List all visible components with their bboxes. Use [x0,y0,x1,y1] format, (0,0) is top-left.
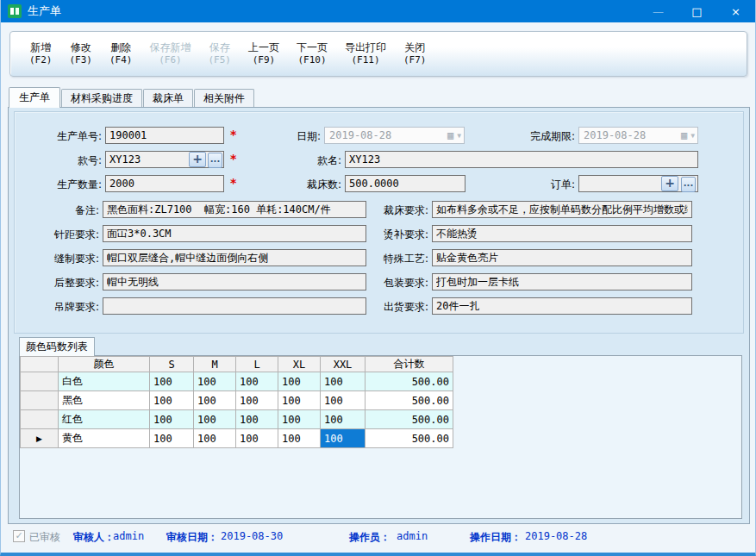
cell-xl[interactable]: 100 [278,410,321,429]
toolbar: 新增 (F2) 修改 (F3) 删除 (F4) 保存新增 (F6) 保存 (F5… [9,31,747,77]
close-form-button[interactable]: 关闭 (F7) [395,37,435,71]
minimize-icon[interactable]: — [639,0,678,22]
grid-header-s[interactable]: S [150,357,194,372]
tab-production-order[interactable]: 生产单 [9,87,60,108]
tab-material-purchase-progress[interactable]: 材料采购进度 [61,89,142,108]
cell-xxl[interactable]: 100 [321,391,366,410]
table-row: 白色 100 100 100 100 100 500.00 [21,372,453,391]
table-row: 红色 100 100 100 100 100 500.00 [21,410,453,429]
current-row-marker-icon[interactable]: ▶ [21,429,59,448]
grid-header-m[interactable]: M [194,357,236,372]
cell-xxl-selected[interactable]: 100 [321,429,366,448]
sales-order-add-button[interactable]: + [661,176,678,191]
deadline-picker[interactable]: 2019-08-28 ▦ ▼ [578,127,698,144]
cell-m[interactable]: 100 [194,429,236,448]
date-value: 2019-08-28 [329,129,391,141]
app-icon [8,4,22,18]
deadline-value: 2019-08-28 [584,129,646,141]
new-button-label: 新增 [30,41,51,53]
operator-value: admin [397,530,428,542]
cell-m[interactable]: 100 [194,372,236,391]
cell-color[interactable]: 白色 [59,372,150,391]
export-print-button[interactable]: 导出打印 (F11) [336,37,395,71]
packing-req-label: 包装要求: [346,276,428,290]
delete-button[interactable]: 删除 (F4) [101,37,141,71]
cutting-qty-input[interactable] [345,175,465,192]
delete-button-key: (F4) [109,54,133,66]
save-button-key: (F5) [209,54,232,66]
prev-page-button[interactable]: 上一页 (F9) [240,37,288,71]
grid-header-l[interactable]: L [236,357,278,372]
cell-l[interactable]: 100 [236,391,278,410]
date-picker[interactable]: 2019-08-28 ▦ ▼ [324,127,465,144]
save-new-button: 保存新增 (F6) [141,37,200,71]
cell-xl[interactable]: 100 [278,391,321,410]
quantity-input[interactable] [105,175,224,192]
grid-header-xxl[interactable]: XXL [321,357,366,372]
row-selector[interactable] [21,391,59,410]
order-no-input[interactable] [105,127,224,144]
color-size-table: 颜色 S M L XL XXL 合计数 白色 100 100 [20,356,453,448]
grid-header-total[interactable]: 合计数 [366,357,453,372]
grid-header-color[interactable]: 颜色 [59,357,150,372]
cell-l[interactable]: 100 [236,429,278,448]
save-button: 保存 (F5) [200,37,241,71]
cell-s[interactable]: 100 [150,410,194,429]
cell-l[interactable]: 100 [236,410,278,429]
ironing-req-input[interactable] [432,225,692,242]
cell-total[interactable]: 500.00 [366,372,453,391]
packing-req-input[interactable] [432,273,692,290]
remark-input[interactable] [103,201,366,218]
sewing-req-input[interactable] [103,249,366,266]
cell-color[interactable]: 黑色 [59,391,150,410]
sales-order-lookup-button[interactable]: ... [681,177,696,192]
finishing-req-input[interactable] [103,273,366,290]
cell-xxl[interactable]: 100 [321,372,366,391]
delete-button-label: 删除 [110,41,131,53]
cell-total[interactable]: 500.00 [366,391,453,410]
style-no-input[interactable] [105,151,224,168]
grid-header-selector[interactable] [21,357,59,372]
operate-date-label: 操作日期： [470,530,522,545]
cell-m[interactable]: 100 [194,391,236,410]
style-no-lookup-button[interactable]: ... [208,153,222,168]
tag-req-input[interactable] [103,297,366,315]
new-button[interactable]: 新增 (F2) [21,37,61,71]
cell-m[interactable]: 100 [194,410,236,429]
table-row-current: ▶ 黄色 100 100 100 100 100 500.00 [21,429,453,448]
cell-xl[interactable]: 100 [278,429,321,448]
style-no-add-button[interactable]: + [189,152,206,167]
cell-s[interactable]: 100 [150,391,194,410]
cell-color[interactable]: 黄色 [59,429,150,448]
tab-color-size-list[interactable]: 颜色码数列表 [19,337,95,356]
shipping-req-input[interactable] [432,297,692,315]
tab-cutting-sheet[interactable]: 裁床单 [143,89,193,108]
cell-s[interactable]: 100 [150,372,194,391]
grid-header-xl[interactable]: XL [278,357,321,372]
style-name-input[interactable] [345,151,698,168]
next-page-button[interactable]: 下一页 (F10) [288,37,336,71]
prev-page-button-label: 上一页 [248,41,279,53]
cell-xxl[interactable]: 100 [321,410,366,429]
cell-s[interactable]: 100 [150,429,194,448]
special-craft-input[interactable] [432,249,692,266]
cutting-req-input[interactable] [432,201,692,218]
cell-color[interactable]: 红色 [59,410,150,429]
modify-button[interactable]: 修改 (F3) [61,37,102,71]
close-icon[interactable]: × [716,0,755,22]
tab-attachments[interactable]: 相关附件 [194,89,254,108]
stitch-req-input[interactable] [103,225,366,242]
production-order-tabpage: 生产单号: * 日期: 2019-08-28 ▦ ▼ 完成期限: 2019-08… [8,107,750,524]
tag-req-label: 吊牌要求: [16,300,99,314]
color-size-grid: 颜色 S M L XL XXL 合计数 白色 100 100 [19,355,742,519]
save-button-label: 保存 [209,41,230,53]
row-selector[interactable] [21,410,59,429]
cell-total[interactable]: 500.00 [366,410,453,429]
approver-value: admin [113,530,144,542]
maximize-icon[interactable]: □ [678,0,716,22]
sales-order-label: 订单: [509,178,575,191]
cell-xl[interactable]: 100 [278,372,321,391]
row-selector[interactable] [21,372,59,391]
cell-l[interactable]: 100 [236,372,278,391]
cell-total[interactable]: 500.00 [366,429,453,448]
